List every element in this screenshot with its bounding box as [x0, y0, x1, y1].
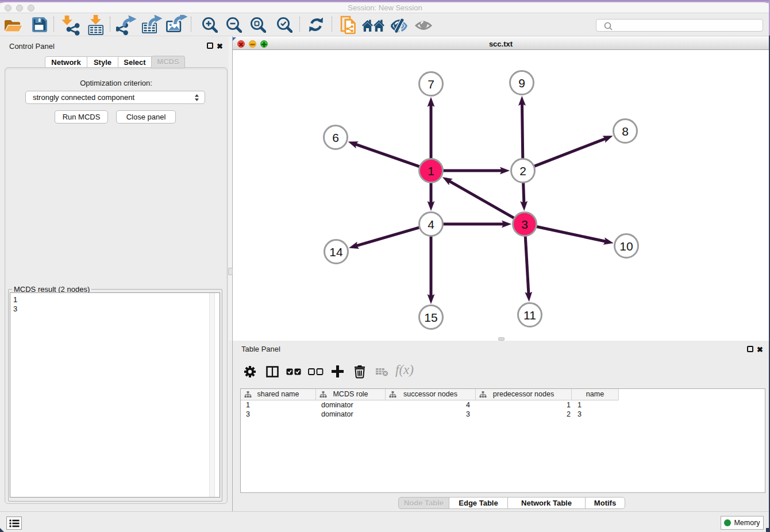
svg-text:6: 6 — [332, 131, 339, 144]
svg-text:3: 3 — [521, 218, 528, 231]
svg-text:9: 9 — [518, 76, 525, 90]
svg-text:2: 2 — [519, 164, 526, 178]
svg-text:1: 1 — [428, 164, 434, 178]
svg-text:11: 11 — [523, 309, 536, 322]
svg-text:8: 8 — [622, 125, 629, 138]
svg-text:15: 15 — [424, 311, 437, 324]
svg-text:4: 4 — [428, 218, 434, 231]
svg-text:7: 7 — [428, 78, 434, 91]
svg-text:14: 14 — [329, 245, 343, 259]
svg-text:10: 10 — [619, 240, 633, 253]
